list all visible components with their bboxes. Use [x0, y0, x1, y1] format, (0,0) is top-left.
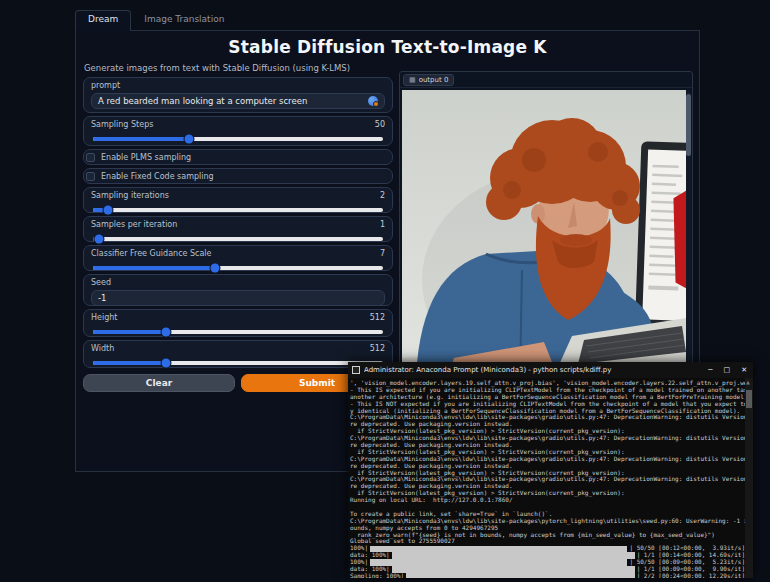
output-tab-row: ▦ output 0	[400, 72, 692, 88]
progress-line: Sampling: 100%| | 2/2 [00:24<00:00, 12.2…	[350, 573, 745, 578]
prompt-group: prompt A red bearded man looking at a co…	[83, 77, 393, 113]
slider-handle[interactable]	[161, 328, 170, 337]
progress-bar	[392, 566, 635, 573]
prompt-label: prompt	[91, 81, 385, 90]
terminal-output: ', 'vision_model.encoder.layers.19.self_…	[348, 378, 745, 578]
progress-bar	[392, 552, 635, 559]
plms-checkbox[interactable]	[86, 153, 95, 162]
height-slider[interactable]	[93, 330, 383, 334]
terminal-scrollbar[interactable]: ▲	[745, 378, 753, 578]
terminal-scrollbar-thumb[interactable]	[746, 390, 752, 408]
output-tab-label: output 0	[419, 76, 449, 84]
iterations-group: Sampling iterations 2	[83, 187, 393, 213]
seed-label: Seed	[91, 278, 385, 287]
slider-fill	[93, 266, 215, 270]
generated-image[interactable]	[402, 90, 686, 376]
slider-fill	[93, 137, 189, 141]
slider-handle[interactable]	[94, 235, 103, 244]
fixed-code-checkbox[interactable]	[86, 172, 95, 181]
slider-handle[interactable]	[210, 264, 219, 273]
seed-input[interactable]: -1	[91, 290, 385, 306]
terminal-log-lines: ', 'vision_model.encoder.layers.19.self_…	[350, 380, 745, 545]
tab-bar: Dream Image Translation	[75, 10, 700, 30]
progress-bar	[370, 559, 627, 566]
height-value: 512	[370, 313, 385, 322]
plms-label: Enable PLMS sampling	[101, 153, 191, 162]
terminal-title: Administrator: Anaconda Prompt (Minicond…	[364, 366, 708, 374]
sampling-steps-value: 50	[375, 120, 385, 129]
minimize-button[interactable]: ─	[708, 367, 712, 374]
terminal-line: Running on local URL: http://127.0.0.1:7…	[350, 497, 745, 504]
prompt-input[interactable]: A red bearded man looking at a computer …	[91, 93, 385, 109]
iterations-slider[interactable]	[93, 208, 383, 212]
height-label: Height	[91, 313, 117, 322]
output-scrollbar-thumb[interactable]	[686, 94, 691, 156]
output-tab[interactable]: ▦ output 0	[403, 74, 454, 86]
cfg-group: Classifier Free Guidance Scale 7	[83, 245, 393, 271]
slider-fill	[93, 330, 166, 334]
clear-button[interactable]: Clear	[83, 374, 235, 392]
terminal-icon	[352, 366, 360, 374]
slider-handle[interactable]	[184, 135, 193, 144]
cfg-label: Classifier Free Guidance Scale	[91, 249, 212, 258]
sampling-steps-group: Sampling Steps 50	[83, 116, 393, 146]
samples-slider[interactable]	[93, 237, 383, 241]
translate-badge-icon[interactable]	[368, 96, 378, 106]
tab-image-translation[interactable]: Image Translation	[131, 10, 237, 30]
cfg-slider[interactable]	[93, 266, 383, 270]
progress-label: Sampling: 100%|	[350, 573, 404, 578]
iterations-value: 2	[380, 191, 385, 200]
plms-checkbox-row: Enable PLMS sampling	[83, 149, 393, 165]
terminal-window: Administrator: Anaconda Prompt (Minicond…	[348, 362, 753, 578]
samples-value: 1	[380, 220, 385, 229]
iterations-label: Sampling iterations	[91, 191, 169, 200]
terminal-progress-lines: 100%| | 50/50 [00:12<00:00, 3.93it/s] da…	[350, 545, 745, 578]
fixed-code-checkbox-row: Enable Fixed Code sampling	[83, 168, 393, 184]
scroll-up-icon[interactable]: ▲	[746, 379, 750, 385]
samples-label: Samples per iteration	[91, 220, 177, 229]
cfg-value: 7	[380, 249, 385, 258]
close-button[interactable]: ✕	[741, 367, 747, 374]
slider-handle[interactable]	[103, 206, 112, 215]
form-panel: prompt A red bearded man looking at a co…	[83, 77, 393, 392]
seed-group: Seed -1	[83, 274, 393, 306]
gallery-grid-icon: ▦	[409, 76, 416, 84]
width-group: Width 512	[83, 340, 393, 368]
seed-value: -1	[98, 293, 106, 303]
slider-handle[interactable]	[161, 359, 170, 368]
samples-group: Samples per iteration 1	[83, 216, 393, 242]
prompt-value: A red bearded man looking at a computer …	[98, 96, 307, 106]
slider-fill	[93, 361, 166, 365]
page-title: Stable Diffusion Text-to-Image K	[76, 37, 699, 57]
tab-dream[interactable]: Dream	[75, 10, 131, 30]
width-slider[interactable]	[93, 361, 383, 365]
width-label: Width	[91, 344, 114, 353]
sampling-steps-slider[interactable]	[93, 137, 383, 141]
fixed-code-label: Enable Fixed Code sampling	[101, 172, 214, 181]
progress-bar	[370, 546, 627, 553]
sampling-steps-label: Sampling Steps	[91, 120, 153, 129]
height-group: Height 512	[83, 309, 393, 337]
maximize-button[interactable]: □	[724, 367, 731, 374]
progress-bar	[406, 573, 634, 578]
terminal-titlebar[interactable]: Administrator: Anaconda Prompt (Minicond…	[348, 362, 753, 378]
page-subtitle: Generate images from text with Stable Di…	[84, 63, 350, 73]
progress-stats: | 2/2 [00:24<00:00, 12.29s/it]	[637, 573, 745, 578]
width-value: 512	[370, 344, 385, 353]
